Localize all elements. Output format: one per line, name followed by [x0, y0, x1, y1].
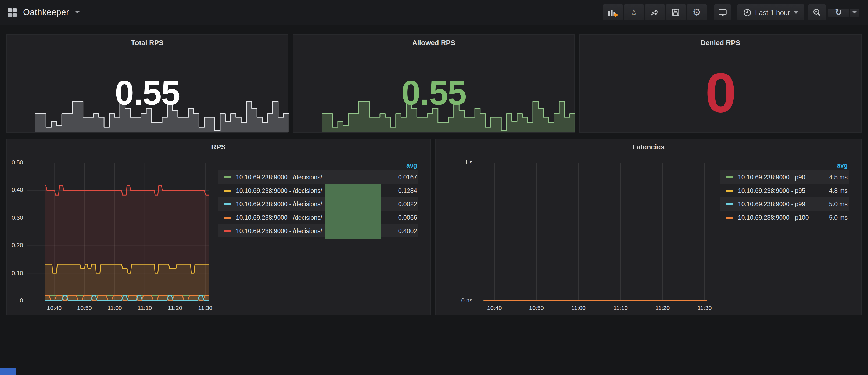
green-overlay-artifact — [324, 184, 381, 239]
refresh-icon: ↻ — [835, 8, 842, 17]
legend-row[interactable]: 10.10.69.238:9000 - /decisions/0.1284 — [218, 184, 418, 197]
panel-latencies-graph: Latencies 10:4010:5011:0011:1011:2011:30… — [435, 138, 862, 315]
dashboard-title[interactable]: Oathkeeper — [23, 7, 69, 17]
legend-avg-value: 4.8 ms — [814, 187, 847, 194]
cycle-view-button[interactable] — [714, 4, 731, 21]
legend-swatch-icon[interactable] — [224, 189, 231, 191]
legend-avg-value: 0.0022 — [384, 201, 417, 207]
legend-swatch-icon[interactable] — [725, 189, 733, 191]
legend-row[interactable]: 10.10.69.238:9000 - /decisions/0.4002 — [218, 224, 418, 238]
legend-row[interactable]: 10.10.69.238:9000 - p954.8 ms — [720, 184, 849, 197]
y-axis-tick: 0 ns — [436, 297, 472, 304]
panel-title[interactable]: Allowed RPS — [293, 39, 574, 47]
panel-allowed-rps: Allowed RPS 0.55 — [293, 34, 575, 133]
x-axis-tick: 10:40 — [41, 305, 68, 311]
refresh-button[interactable]: ↻ — [828, 8, 849, 17]
legend-row[interactable]: 10.10.69.238:9000 - p995.0 ms — [720, 197, 849, 211]
bar-chart-plus-icon — [608, 8, 618, 17]
legend-row[interactable]: 10.10.69.238:9000 - p1005.0 ms — [720, 211, 849, 224]
x-axis-tick: 11:10 — [607, 305, 634, 311]
caret-down-icon — [75, 11, 79, 13]
legend-avg-value: 0.4002 — [384, 227, 417, 234]
legend-swatch-icon[interactable] — [725, 203, 733, 205]
x-axis-tick: 10:50 — [71, 305, 98, 311]
zoom-out-button[interactable] — [808, 4, 826, 21]
y-axis-tick: 1 s — [436, 159, 472, 165]
caret-down-icon — [794, 11, 798, 14]
x-axis-tick: 11:20 — [161, 305, 188, 311]
legend-avg-header[interactable]: avg — [720, 161, 849, 170]
legend-avg-header[interactable]: avg — [218, 161, 418, 170]
legend-avg-value: 0.1284 — [384, 187, 417, 194]
time-range-picker[interactable]: Last 1 hour — [737, 4, 804, 21]
top-navbar: Oathkeeper ☆ — [0, 0, 868, 25]
x-axis-tick: 11:10 — [131, 305, 158, 311]
legend-avg-value: 0.0066 — [384, 214, 417, 221]
floppy-save-icon — [672, 8, 680, 17]
x-axis-tick: 11:00 — [565, 305, 592, 311]
time-range-label: Last 1 hour — [755, 8, 790, 17]
panel-title[interactable]: Latencies — [436, 143, 861, 151]
legend-row[interactable]: 10.10.69.238:9000 - /decisions/0.0167 — [218, 170, 418, 184]
singlestat-value: 0.55 — [7, 73, 287, 113]
y-axis-tick: 0.10 — [7, 270, 23, 276]
bottom-left-blue-marker — [0, 368, 16, 375]
add-panel-button[interactable] — [603, 4, 623, 21]
legend-swatch-icon[interactable] — [224, 230, 231, 232]
y-axis-tick: 0 — [7, 297, 23, 304]
panel-title[interactable]: Total RPS — [7, 39, 287, 47]
legend-row[interactable]: 10.10.69.238:9000 - /decisions/0.0066 — [218, 211, 418, 224]
star-button[interactable]: ☆ — [624, 4, 644, 21]
x-axis-tick: 11:30 — [691, 305, 718, 311]
y-axis-tick: 0.50 — [7, 159, 23, 165]
save-button[interactable] — [666, 4, 686, 21]
latencies-legend: avg10.10.69.238:9000 - p904.5 ms10.10.69… — [720, 161, 849, 224]
legend-swatch-icon[interactable] — [224, 176, 231, 178]
panel-total-rps: Total RPS 0.55 — [6, 34, 288, 133]
dashboard-picker[interactable]: Oathkeeper — [0, 7, 79, 18]
share-button[interactable] — [645, 4, 665, 21]
panel-title[interactable]: RPS — [7, 143, 430, 151]
magnifier-minus-icon — [813, 8, 821, 17]
grafana-dashboard: Oathkeeper ☆ — [0, 0, 868, 375]
legend-avg-value: 4.5 ms — [814, 174, 847, 180]
legend-avg-value: 0.0167 — [384, 174, 417, 180]
gear-icon: ⚙ — [692, 7, 701, 17]
x-axis-tick: 10:50 — [523, 305, 550, 311]
dashboard-toolbar: ☆ — [603, 4, 868, 21]
y-axis-tick: 0.20 — [7, 242, 23, 248]
panel-title[interactable]: Denied RPS — [580, 39, 861, 47]
clock-icon — [743, 8, 751, 17]
y-axis-tick: 0.30 — [7, 214, 23, 221]
y-axis-tick: 0.40 — [7, 187, 23, 193]
refresh-interval-button[interactable] — [850, 8, 859, 17]
legend-swatch-icon[interactable] — [224, 216, 231, 218]
rps-legend: avg10.10.69.238:9000 - /decisions/0.0167… — [218, 161, 418, 238]
legend-swatch-icon[interactable] — [725, 176, 733, 178]
legend-row[interactable]: 10.10.69.238:9000 - p904.5 ms — [720, 170, 849, 184]
legend-label[interactable]: 10.10.69.238:9000 - p95 — [738, 187, 814, 194]
x-axis-tick: 11:20 — [649, 305, 676, 311]
legend-avg-value: 5.0 ms — [814, 201, 847, 207]
x-axis-tick: 10:40 — [481, 305, 508, 311]
star-icon: ☆ — [630, 8, 638, 17]
share-icon — [651, 8, 659, 17]
x-axis-tick: 11:00 — [101, 305, 128, 311]
legend-avg-value: 5.0 ms — [814, 214, 847, 221]
refresh-split-button: ↻ — [828, 8, 859, 17]
legend-label[interactable]: 10.10.69.238:9000 - /decisions/ — [236, 174, 384, 180]
toolbar-button-group: ☆ — [603, 4, 707, 21]
panel-denied-rps: Denied RPS 0 — [579, 34, 862, 133]
legend-label[interactable]: 10.10.69.238:9000 - p90 — [738, 174, 814, 180]
legend-swatch-icon[interactable] — [224, 203, 231, 205]
settings-button[interactable]: ⚙ — [687, 4, 707, 21]
legend-swatch-icon[interactable] — [725, 216, 733, 218]
monitor-icon — [718, 8, 727, 17]
legend-row[interactable]: 10.10.69.238:9000 - /decisions/0.0022 — [218, 197, 418, 211]
x-axis-tick: 11:30 — [192, 305, 219, 311]
legend-label[interactable]: 10.10.69.238:9000 - p100 — [738, 214, 814, 221]
singlestat-value: 0 — [580, 61, 861, 125]
apps-grid-icon[interactable] — [7, 7, 17, 18]
caret-down-icon — [852, 11, 857, 13]
legend-label[interactable]: 10.10.69.238:9000 - p99 — [738, 201, 814, 207]
